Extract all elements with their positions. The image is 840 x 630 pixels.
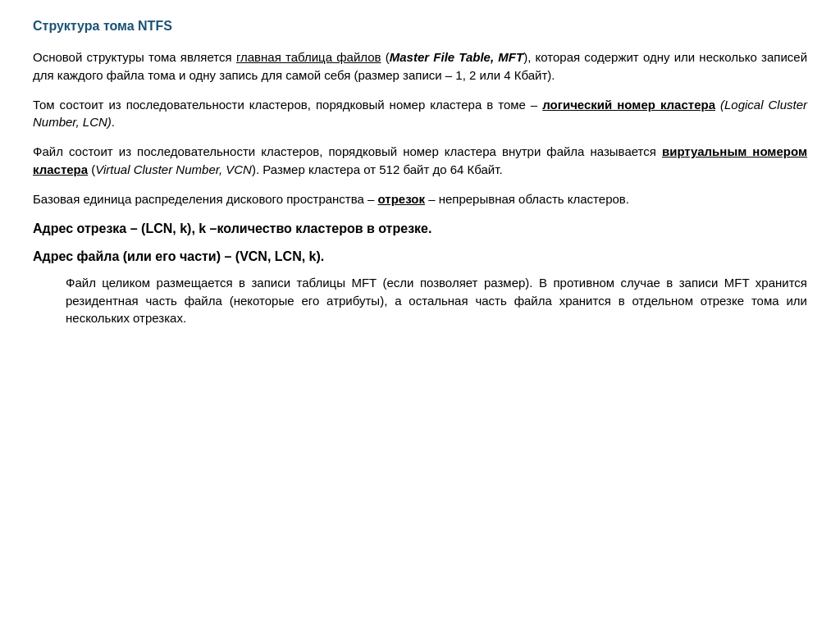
term-mft-underline: главная таблица файлов bbox=[236, 50, 381, 64]
paragraph-2: Том состоит из последовательности класте… bbox=[33, 96, 807, 132]
paragraph-3: Файл состоит из последовательности класт… bbox=[33, 143, 807, 179]
term-segment: отрезок bbox=[378, 192, 425, 206]
indented-text: Файл целиком размещается в записи таблиц… bbox=[66, 274, 807, 327]
bold-line-2: Адрес файла (или его части) – (VCN, LCN,… bbox=[33, 247, 807, 266]
bold-line-1: Адрес отрезка – (LCN, k), k –количество … bbox=[33, 219, 807, 238]
page-title: Структура тома NTFS bbox=[33, 16, 807, 35]
paragraph-1: Основой структуры тома является главная … bbox=[33, 48, 807, 84]
paragraph-4: Базовая единица распределения дискового … bbox=[33, 190, 807, 208]
term-mft-bold: Master File Table, MFT bbox=[390, 50, 523, 64]
indented-paragraph: Файл целиком размещается в записи таблиц… bbox=[66, 274, 807, 327]
term-vcn-en: Virtual Cluster Number, VCN bbox=[95, 162, 252, 176]
term-lcn: логический номер кластера bbox=[542, 98, 715, 112]
